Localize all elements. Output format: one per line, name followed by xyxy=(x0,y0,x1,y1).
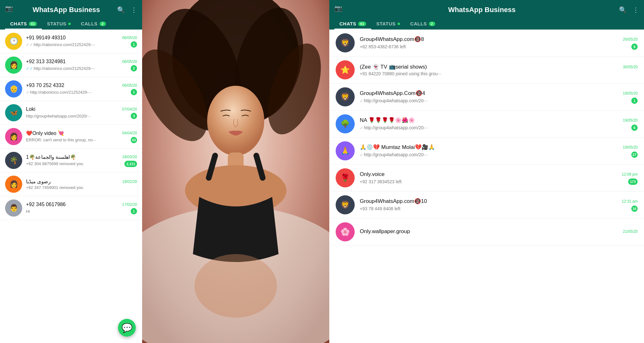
tab-status-right[interactable]: STATUS xyxy=(371,18,405,30)
chat-content: +92 313 3324981 06/05/20 ✓✓http://raboni… xyxy=(26,59,137,71)
list-item[interactable]: 🙏 🙏💿💔 Mumtaz Molai💔🎥🙏 19/05/20 ✓http://g… xyxy=(329,138,644,165)
list-item[interactable]: 👨 +92 345 0617986 17/02/20 Hi 1 xyxy=(0,196,142,220)
chat-content: 1🌴اهلسنة والجماعة🌴 18/03/20 +92 304 8875… xyxy=(26,154,137,167)
chat-preview: +93 78 449 8408 left xyxy=(360,206,400,211)
chat-bottom: +93 78 449 8408 left 16 xyxy=(360,205,638,212)
right-menu-icon[interactable]: ⋮ xyxy=(633,6,639,14)
tab-chats-left[interactable]: CHATS 41 xyxy=(5,18,42,30)
chat-content: 🙏💿💔 Mumtaz Molai💔🎥🙏 19/05/20 ✓http://gro… xyxy=(360,144,638,158)
chat-top: +91 99149 49310 06/05/20 xyxy=(26,35,137,41)
right-chat-list: 🦁 Group4WhatsApp.com🔞8 26/05/20 +62 853-… xyxy=(329,30,644,343)
unread-badge: 16 xyxy=(631,205,638,212)
list-item[interactable]: 🌳 NA 🌹🌹🌹🌹🌸🌺🌸 19/05/20 ✓http://group4what… xyxy=(329,111,644,138)
chat-preview: +92 317 3834523 left xyxy=(360,179,402,184)
chat-bottom: ✓✓http://raboninco.com/21252429-··· 2 xyxy=(26,65,137,71)
right-camera-icon[interactable]: 📷 xyxy=(334,4,345,15)
search-icon[interactable]: 🔍 xyxy=(117,6,125,14)
chat-time: 06/05/20 xyxy=(122,36,137,40)
middle-image-panel xyxy=(142,0,329,343)
list-item[interactable]: ⭐ (Zee 👻 TV 📺serial shows) 30/05/20 +91 … xyxy=(329,57,644,84)
tab-chats-label: CHATS xyxy=(10,21,27,26)
chat-bottom: http://group4whatsapp.com/2020/··· 3 xyxy=(26,113,137,119)
unread-badge: 6 xyxy=(631,124,638,131)
chat-content: (Zee 👻 TV 📺serial shows) 30/05/20 +91 84… xyxy=(360,64,638,76)
list-item[interactable]: 👩 ❤️Only video 💘 04/04/20 ERROR: can't s… xyxy=(0,125,142,149)
avatar: 🌴 xyxy=(5,152,22,169)
chat-time: 30/05/20 xyxy=(623,65,638,69)
chat-time: 21/05/20 xyxy=(623,229,638,234)
chat-time: 07/04/20 xyxy=(122,107,137,111)
chat-bottom: ERROR: can't send to this group, no··· 4… xyxy=(26,137,137,143)
chat-preview: +92 347 7459001 removed you xyxy=(26,185,83,190)
chat-content: Group4WhatsApp.Com🔞4 19/05/20 ✓http://gr… xyxy=(360,90,638,104)
tab-status-left[interactable]: STATUS xyxy=(42,18,76,30)
chat-top: Loki 07/04/20 xyxy=(26,106,137,112)
list-item[interactable]: 🦋 Loki 07/04/20 http://group4whatsapp.co… xyxy=(0,101,142,125)
right-tab-status-label: STATUS xyxy=(376,21,396,26)
unread-badge: 2,111 xyxy=(124,161,137,167)
list-item[interactable]: 👴 +93 70 252 4332 06/05/20 ✓http://rabon… xyxy=(0,77,142,101)
chat-top: Only.voice 12:09 pm xyxy=(360,171,638,178)
list-item[interactable]: 👩 رضوى ميڈيا 19/02/20 +92 347 7459001 re… xyxy=(0,172,142,196)
chat-name: Group4WhatsApp.com🔞10 xyxy=(360,198,427,205)
list-item[interactable]: 🦁 Group4WhatsApp.Com🔞4 19/05/20 ✓http://… xyxy=(329,84,644,111)
compose-fab[interactable]: 💬 xyxy=(118,319,136,337)
right-search-icon[interactable]: 🔍 xyxy=(619,6,627,14)
chat-name: Group4WhatsApp.Com🔞4 xyxy=(360,90,425,97)
right-panel: 📷 WhatsApp Business 🔍 ⋮ CHATS 41 STATUS … xyxy=(329,0,644,343)
chat-name: 1🌴اهلسنة والجماعة🌴 xyxy=(26,154,76,160)
avatar: 👨 xyxy=(5,199,22,217)
single-tick-icon: ✓ xyxy=(360,152,363,157)
left-tabs: CHATS 41 STATUS CALLS 2 xyxy=(5,18,137,30)
list-item[interactable]: 🌴 1🌴اهلسنة والجماعة🌴 18/03/20 +92 304 88… xyxy=(0,149,142,172)
chat-preview: http://group4whatsapp.com/2020/··· xyxy=(26,114,91,118)
unread-badge: 1 xyxy=(131,41,137,48)
chats-badge: 41 xyxy=(29,22,37,26)
list-item[interactable]: 🦁 Group4WhatsApp.com🔞8 26/05/20 +62 853-… xyxy=(329,30,644,57)
svg-point-10 xyxy=(194,254,277,318)
menu-icon[interactable]: ⋮ xyxy=(131,6,137,14)
chat-top: +92 313 3324981 06/05/20 xyxy=(26,59,137,64)
camera-icon[interactable]: 📷 xyxy=(5,4,16,15)
list-item[interactable]: 🦁 Group4WhatsApp.com🔞10 12:31 am +93 78 … xyxy=(329,192,644,219)
chat-top: Group4WhatsApp.com🔞8 26/05/20 xyxy=(360,36,638,43)
list-item[interactable]: 🕐 +91 99149 49310 06/05/20 ✓✓http://rabo… xyxy=(0,30,142,53)
avatar: 👩 xyxy=(5,176,22,193)
chat-name: Only.wallpaper.group xyxy=(360,228,410,235)
tab-chats-right[interactable]: CHATS 41 xyxy=(334,18,371,30)
chat-bottom: ✓http://group4whatsapp.com/20··· 27 xyxy=(360,151,638,158)
avatar: 🕐 xyxy=(5,33,22,50)
avatar: 👴 xyxy=(5,80,22,98)
tab-calls-right[interactable]: CALLS 2 xyxy=(405,18,440,30)
left-header-icons: 🔍 ⋮ xyxy=(117,6,137,14)
chat-name: +92 345 0617986 xyxy=(26,202,66,207)
chat-name: +93 70 252 4332 xyxy=(26,83,64,88)
left-app-title: WhatsApp Business xyxy=(33,6,100,14)
list-item[interactable]: 👩 +92 313 3324981 06/05/20 ✓✓http://rabo… xyxy=(0,53,142,77)
chat-content: NA 🌹🌹🌹🌹🌸🌺🌸 19/05/20 ✓http://group4whatsa… xyxy=(360,117,638,131)
chat-name: +91 99149 49310 xyxy=(26,35,66,41)
chat-top: +93 70 252 4332 06/05/20 xyxy=(26,83,137,88)
single-tick-icon: ✓ xyxy=(360,98,363,103)
right-tabs: CHATS 41 STATUS CALLS 2 xyxy=(334,18,639,30)
chat-bottom: +92 304 8875699 removed you 2,111 xyxy=(26,161,137,167)
chat-content: ❤️Only video 💘 04/04/20 ERROR: can't sen… xyxy=(26,130,137,143)
chat-content: Group4WhatsApp.com🔞10 12:31 am +93 78 44… xyxy=(360,198,638,212)
list-item[interactable]: 🌹 Only.voice 12:09 pm +92 317 3834523 le… xyxy=(329,165,644,192)
right-calls-badge: 2 xyxy=(429,22,435,26)
chat-bottom: +62 853-4362-6736 left 6 xyxy=(360,44,638,50)
right-app-title: WhatsApp Business xyxy=(448,6,516,14)
avatar: ⭐ xyxy=(336,60,355,79)
chat-top: Group4WhatsApp.com🔞10 12:31 am xyxy=(360,198,638,205)
chat-bottom: +92 317 3834523 left 173 xyxy=(360,178,638,185)
avatar: 🦁 xyxy=(336,195,355,214)
chat-top: 🙏💿💔 Mumtaz Molai💔🎥🙏 19/05/20 xyxy=(360,144,638,151)
list-item[interactable]: 🌸 Only.wallpaper.group 21/05/20 xyxy=(329,219,644,245)
right-header-icons: 🔍 ⋮ xyxy=(619,6,639,14)
tab-calls-left[interactable]: CALLS 2 xyxy=(76,18,111,30)
chat-name: Group4WhatsApp.com🔞8 xyxy=(360,36,424,43)
chat-preview: ERROR: can't send to this group, no··· xyxy=(26,138,96,142)
right-header: 📷 WhatsApp Business 🔍 ⋮ CHATS 41 STATUS … xyxy=(329,0,644,30)
single-tick-icon: ✓ xyxy=(26,90,30,95)
chat-name: رضوى ميڈيا xyxy=(26,178,51,185)
